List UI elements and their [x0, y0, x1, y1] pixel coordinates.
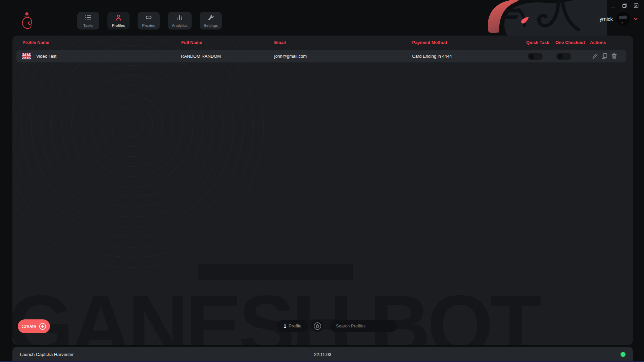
username: yrnick [600, 16, 613, 22]
profiles-panel: GANESH BOT Profile Name Full Name Email … [12, 36, 633, 345]
tab-profiles[interactable]: Profiles [107, 12, 130, 30]
watermark-text: GANESH BOT [12, 277, 538, 345]
close-icon[interactable] [633, 3, 639, 9]
cell-profile-name: Video Test [36, 54, 56, 59]
analytics-bars-icon [176, 14, 183, 20]
plus-circle-icon [39, 323, 46, 330]
tasks-list-icon [85, 14, 92, 20]
cell-full-name: RANDOM RANDOM [181, 54, 221, 59]
minimize-icon[interactable] [610, 3, 616, 9]
table-row[interactable]: Video Test RANDOM RANDOM john@gmail.com … [16, 50, 626, 62]
tab-settings[interactable]: Settings [200, 12, 222, 30]
tab-settings-label: Settings [204, 23, 218, 28]
ganesh-logo-icon [21, 11, 33, 30]
profiles-person-icon [115, 14, 122, 21]
tab-profiles-label: Profiles [112, 23, 125, 28]
table-header: Profile Name Full Name Email Payment Met… [12, 36, 633, 49]
quick-task-toggle[interactable] [528, 53, 543, 60]
taskbar-edge [0, 361, 644, 362]
cell-email: john@gmail.com [274, 54, 307, 59]
column-header-payment: Payment Method [412, 40, 447, 45]
delete-trash-icon[interactable] [611, 53, 617, 59]
edit-pencil-icon[interactable] [592, 53, 598, 59]
cell-payment: Card Ending in 4444 [412, 54, 452, 59]
tab-proxies[interactable]: Proxies [138, 12, 160, 30]
profile-count-number: 1 [284, 323, 286, 329]
trash-circle-icon [313, 322, 322, 330]
column-header-one-checkout: One Checkout [555, 40, 585, 45]
one-checkout-toggle[interactable] [556, 53, 571, 60]
status-bar: Launch Captcha Harvester 22:11:03 [12, 347, 633, 362]
tab-proxies-label: Proxies [142, 23, 155, 28]
user-menu[interactable]: yrnick y [600, 12, 638, 25]
tab-analytics-label: Analytics [172, 23, 188, 28]
search-input[interactable] [330, 320, 397, 332]
column-header-full-name: Full Name [181, 40, 202, 45]
create-profile-button[interactable]: Create [18, 319, 50, 333]
column-header-quick-task: Quick Task [526, 40, 549, 45]
tab-tasks-label: Tasks [83, 23, 93, 28]
create-button-label: Create [21, 324, 36, 329]
duplicate-copy-icon[interactable] [601, 53, 608, 59]
column-header-email: Email [274, 40, 286, 45]
window-controls [610, 3, 639, 9]
main-navigation: Tasks Profiles Proxies Analytics [77, 12, 222, 30]
settings-wrench-icon [207, 14, 214, 21]
column-header-actions: Actions [590, 40, 606, 45]
profile-count-label: Profile [289, 323, 301, 328]
status-green-dot [621, 352, 626, 357]
chevron-down-icon [634, 17, 638, 20]
uk-flag-icon [22, 53, 31, 59]
elephant-mascot-graphic [479, 0, 607, 38]
delete-all-profiles-button[interactable] [311, 320, 324, 332]
clock-time: 22:11:03 [12, 352, 633, 357]
column-header-profile-name: Profile Name [22, 40, 49, 45]
proxies-link-icon [145, 14, 152, 20]
tab-analytics[interactable]: Analytics [168, 12, 192, 30]
tab-tasks[interactable]: Tasks [77, 12, 99, 30]
avatar: y [616, 12, 630, 25]
profile-count-badge: 1 Profile [277, 320, 308, 332]
restore-icon[interactable] [622, 3, 628, 9]
